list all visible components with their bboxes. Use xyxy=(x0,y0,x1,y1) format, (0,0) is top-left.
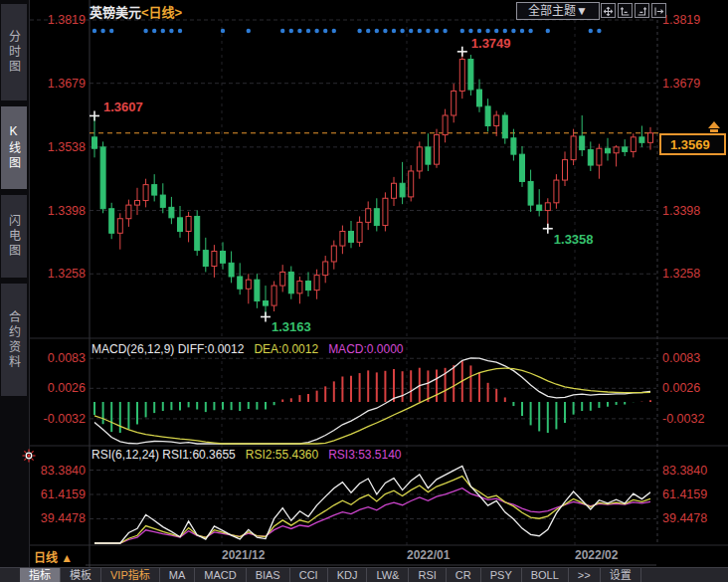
toolbar-item-ma[interactable]: MA xyxy=(160,568,196,582)
toolbar-item-psy[interactable]: PSY xyxy=(481,568,522,582)
signal-dot xyxy=(297,29,301,33)
price-axis-label-right: 1.3258 xyxy=(662,267,700,281)
price-annotation: 1.3358 xyxy=(554,232,594,247)
toolbar-item-rsi[interactable]: RSI xyxy=(409,568,446,582)
period-selector[interactable]: 日线 ▲ xyxy=(34,548,73,565)
signal-dot xyxy=(366,29,370,33)
current-price-tag[interactable]: 1.3569 xyxy=(659,133,726,155)
rsi-axis-label-right: 61.4159 xyxy=(662,487,707,501)
symbol-title-wrap: 英镑美元<日线> xyxy=(90,2,182,21)
signal-dot xyxy=(528,29,532,33)
chart-header: 英镑美元<日线> 全部主题▼ xyxy=(0,0,728,20)
macd-axis-label-left: 0.0083 xyxy=(48,351,86,365)
signal-dot xyxy=(589,29,593,33)
price-annotation: 1.3749 xyxy=(471,36,511,51)
macd-diff-line xyxy=(94,358,650,444)
chart-application-window: 1.38191.36791.35381.33981.32581.38191.36… xyxy=(0,0,728,582)
price-axis-label-left: 1.3679 xyxy=(48,77,86,91)
rsi-axis-label-right: 39.4478 xyxy=(662,511,707,525)
price-axis-label-left: 1.3258 xyxy=(48,267,86,281)
macd-header: MACD(26,12,9) DIFF:0.0012DEA:0.0012MACD:… xyxy=(91,342,404,356)
toolbar-item-[interactable]: 指标 xyxy=(20,568,61,582)
signal-dot xyxy=(418,29,422,33)
signal-dot xyxy=(477,29,481,33)
period-tag: <日线> xyxy=(141,5,182,20)
chart-canvas[interactable]: 1.38191.36791.35381.33981.32581.38191.36… xyxy=(0,0,728,582)
signal-dot xyxy=(169,29,173,33)
signal-dot xyxy=(375,29,379,33)
time-axis-tick: 2021/12 xyxy=(222,548,265,562)
signal-dot xyxy=(280,29,284,33)
toolbar-item-cci[interactable]: CCI xyxy=(290,568,328,582)
price-axis-label-right: 1.3398 xyxy=(662,204,700,218)
signal-dot xyxy=(520,29,524,33)
theme-dropdown-button[interactable]: 全部主题▼ xyxy=(516,2,600,20)
price-annotation: 1.3607 xyxy=(103,99,143,114)
signal-dot xyxy=(109,29,113,33)
time-axis: 日线 ▲ 2021/122022/012022/02 xyxy=(0,545,728,567)
signal-dot xyxy=(289,29,293,33)
signal-dot xyxy=(546,29,550,33)
signal-dot xyxy=(152,29,156,33)
signal-dot xyxy=(143,29,147,33)
price-axis-label-right: 1.3679 xyxy=(662,77,700,91)
price-up-arrow-bar xyxy=(710,129,718,132)
price-annotation: 1.3163 xyxy=(272,319,311,334)
signal-dot xyxy=(460,29,464,33)
rsi-axis-label-right: 83.3840 xyxy=(662,464,707,478)
signal-dot xyxy=(435,29,439,33)
signal-dot xyxy=(100,29,104,33)
signal-dot xyxy=(323,29,327,33)
signal-dot xyxy=(443,29,447,33)
signal-dot xyxy=(247,29,251,33)
toolbar-item-[interactable]: 设置 xyxy=(601,568,641,582)
symbol-title: 英镑美元 xyxy=(90,5,141,20)
signal-dot xyxy=(161,29,165,33)
toolbar-item-bias[interactable]: BIAS xyxy=(247,568,290,582)
macd-axis-label-right: 0.0083 xyxy=(662,351,700,365)
indicator-toolbar: 指标模板VIP指标MAMACDBIASCCIKDJLW&RSICRPSYBOLL… xyxy=(0,567,728,582)
pan-move-icon[interactable] xyxy=(601,3,616,18)
toolbar-item-lw[interactable]: LW& xyxy=(367,568,409,582)
price-up-arrow-icon xyxy=(708,121,720,128)
signal-dot xyxy=(485,29,489,33)
macd-axis-label-right: 0.0026 xyxy=(662,381,700,395)
signal-dot xyxy=(178,29,182,33)
macd-dea-value: DEA:0.0012 xyxy=(254,342,318,356)
rsi-axis-label-left: 39.4478 xyxy=(41,511,86,525)
signal-dot xyxy=(357,29,361,33)
signal-dot xyxy=(511,29,515,33)
toolbar-item-boll[interactable]: BOLL xyxy=(522,568,569,582)
toolbar-item-[interactable]: >> xyxy=(569,568,601,582)
rsi-axis-label-left: 61.4159 xyxy=(41,487,86,501)
rsi2-value: RSI2:55.4360 xyxy=(246,448,318,462)
signal-dot xyxy=(383,29,387,33)
toolbar-item-macd[interactable]: MACD xyxy=(195,568,246,582)
axis-scale-right-icon[interactable] xyxy=(635,3,649,18)
signal-dot xyxy=(306,29,310,33)
rsi1-value: RSI(6,12,24) RSI1:60.3655 xyxy=(91,448,236,462)
rsi-header: RSI(6,12,24) RSI1:60.3655RSI2:55.4360RSI… xyxy=(91,448,402,462)
rsi-axis-label-left: 83.3840 xyxy=(41,464,86,478)
toolbar-item-[interactable]: 模板 xyxy=(61,568,101,582)
axis-scale-left-icon[interactable] xyxy=(618,3,633,18)
toolbar-item-kdj[interactable]: KDJ xyxy=(328,568,368,582)
shift-right-icon[interactable] xyxy=(651,3,666,18)
macd-dea-line xyxy=(94,368,650,444)
signal-dot xyxy=(92,29,96,33)
macd-axis-label-left: 0.0026 xyxy=(48,381,86,395)
signal-dot xyxy=(409,29,413,33)
signal-dot xyxy=(221,29,225,33)
signal-dot xyxy=(468,29,472,33)
alarm-blink-icon xyxy=(23,450,36,463)
macd-axis-label-left: -0.0032 xyxy=(44,412,86,426)
signal-dot xyxy=(314,29,318,33)
macd-axis-label-right: -0.0032 xyxy=(662,412,704,426)
price-axis-label-left: 1.3398 xyxy=(48,204,86,218)
rsi3-value: RSI3:53.5140 xyxy=(328,448,401,462)
toolbar-item-vip[interactable]: VIP指标 xyxy=(101,568,160,582)
toolbar-item-cr[interactable]: CR xyxy=(447,568,481,582)
macd-diff-value: MACD(26,12,9) DIFF:0.0012 xyxy=(91,342,244,356)
signal-dot xyxy=(392,29,396,33)
signal-dot xyxy=(494,29,498,33)
